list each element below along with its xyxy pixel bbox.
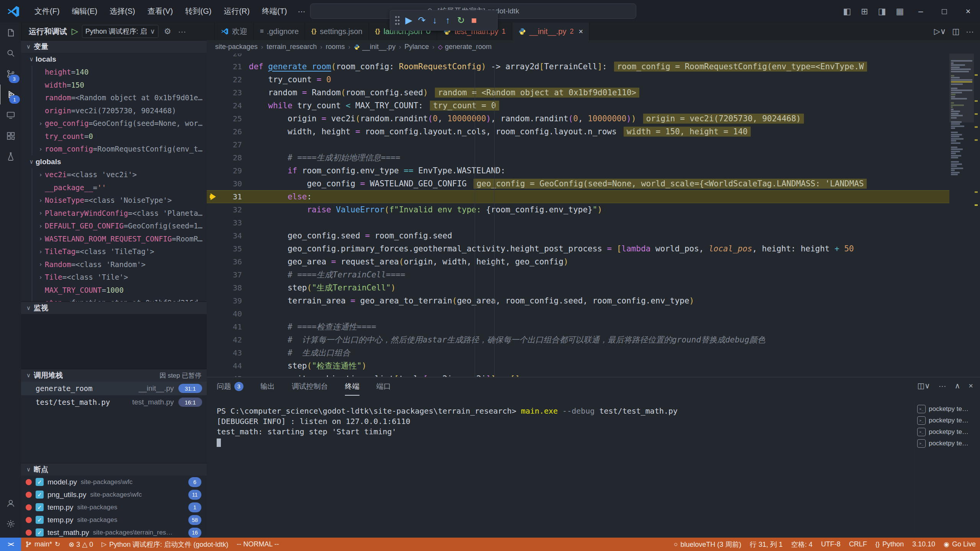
- tab-__init__.py[interactable]: __init__.py2×: [512, 23, 590, 40]
- variable-row[interactable]: height = 140: [21, 66, 207, 79]
- maximize-panel-button[interactable]: ∧: [955, 381, 960, 390]
- close-panel-button[interactable]: ×: [969, 381, 973, 390]
- tab-.gdignore[interactable]: ≡.gdignore: [254, 23, 305, 40]
- debug-config-select[interactable]: Python 调试程序: 启∨: [82, 25, 158, 38]
- breakpoint-checkbox[interactable]: ✓: [36, 491, 44, 499]
- terminal-instance[interactable]: >_pocketpy te…: [917, 415, 978, 426]
- minimap[interactable]: [949, 54, 974, 377]
- extensions-icon[interactable]: [0, 126, 21, 146]
- code-line-21[interactable]: 21def generate_room(room_config: RoomReq…: [207, 60, 949, 73]
- code-line-37[interactable]: 37 # ====生成TerrainCell====: [207, 268, 949, 281]
- start-debug-button[interactable]: ▷: [72, 26, 78, 36]
- settings-gear-icon[interactable]: [0, 514, 21, 534]
- maximize-button[interactable]: □: [933, 0, 956, 23]
- run-python-file-button[interactable]: ▷∨: [934, 27, 946, 36]
- variable-row[interactable]: random = <Random object at 0x1bf9d01e…: [21, 91, 207, 104]
- toggle-panel-icon[interactable]: ⊞: [856, 7, 873, 16]
- menu-item[interactable]: 查看(V): [142, 5, 178, 18]
- remote-explorer-icon[interactable]: [0, 105, 21, 125]
- breadcrumb-item[interactable]: rooms: [326, 43, 345, 51]
- step-out-button[interactable]: ↑: [441, 13, 454, 28]
- code-line-24[interactable]: 24 while try_count < MAX_TRY_COUNT:try_c…: [207, 99, 949, 112]
- terminal-instance[interactable]: >_pocketpy te…: [917, 426, 978, 438]
- code-line-45[interactable]: 45 exit_combinations:list[tuple[vec2i, v…: [207, 372, 949, 377]
- debug-settings-gear-icon[interactable]: ⚙: [162, 27, 173, 36]
- variables-section-header[interactable]: ∨变量: [21, 40, 207, 53]
- code-line-35[interactable]: 35 geo_config.primary_forces.geothermal_…: [207, 242, 949, 255]
- search-icon[interactable]: [0, 43, 21, 63]
- go-live[interactable]: ◉Go Live: [939, 538, 980, 551]
- breakpoint-row[interactable]: ✓model.pysite-packages\wfc6: [21, 476, 207, 488]
- remote-indicator[interactable]: ><: [0, 538, 21, 551]
- variable-row[interactable]: width = 150: [21, 78, 207, 91]
- editor-more-actions[interactable]: ···: [966, 27, 974, 36]
- panel-tab-端口[interactable]: 端口: [376, 377, 391, 396]
- indentation[interactable]: 空格: 4: [787, 538, 817, 551]
- step-over-button[interactable]: ↷: [415, 13, 428, 28]
- code-line-31[interactable]: 31 else:: [207, 190, 949, 203]
- panel-tab-终端[interactable]: 终端: [345, 377, 359, 396]
- split-editor-button[interactable]: ◫: [952, 27, 960, 36]
- code-line-30[interactable]: 30 geo_config = WASTELAND_GEO_CONFIGgeo_…: [207, 177, 949, 190]
- variable-row[interactable]: ›Random = <class 'Random'>: [21, 258, 207, 271]
- terminal-output[interactable]: PS C:\computer_science\godot-ldtk\site-p…: [217, 406, 678, 447]
- step-into-button[interactable]: ↓: [428, 13, 441, 28]
- panel-more-actions[interactable]: ···: [939, 381, 946, 390]
- variable-row[interactable]: ›geo_config = GeoConfig(seed=None, wor…: [21, 117, 207, 130]
- code-line-26[interactable]: 26 width, height = room_config.layout.n_…: [207, 125, 949, 138]
- source-control-icon[interactable]: 3: [0, 64, 21, 84]
- terminal-instance[interactable]: >_pocketpy te…: [917, 403, 978, 415]
- variable-group-globals[interactable]: ∨globals: [21, 155, 207, 168]
- variable-row[interactable]: __package__ = '': [21, 181, 207, 194]
- code-line-28[interactable]: 28 # ====生成初始地理信息====: [207, 151, 949, 164]
- variable-row[interactable]: ›Tile = <class 'Tile'>: [21, 271, 207, 284]
- code-line-29[interactable]: 29 if room_config.env_type == EnvType.WA…: [207, 164, 949, 177]
- menu-item[interactable]: 文件(F): [29, 5, 65, 18]
- run-and-debug-icon[interactable]: 1: [0, 85, 21, 104]
- variable-row[interactable]: try_count = 0: [21, 130, 207, 143]
- code-line-40[interactable]: 40: [207, 307, 949, 320]
- breakpoint-checkbox[interactable]: ✓: [36, 516, 44, 524]
- python-version[interactable]: 3.10.10: [908, 538, 939, 551]
- variable-group-locals[interactable]: ∨locals: [21, 53, 207, 66]
- callstack-section-header[interactable]: ∨调用堆栈因 step 已暂停: [21, 369, 207, 381]
- code-line-39[interactable]: 39 terrain_area = geo_area_to_terrain(ge…: [207, 294, 949, 307]
- drag-handle-icon[interactable]: [395, 15, 400, 25]
- menu-item[interactable]: 运行(R): [218, 5, 255, 18]
- callstack-frame[interactable]: generate_room__init__.py31:1: [21, 381, 207, 395]
- menu-more-button[interactable]: ···: [293, 5, 310, 18]
- gitlens-author[interactable]: ○blueloveTH (3 周前): [670, 538, 745, 551]
- stop-button[interactable]: ■: [467, 13, 480, 28]
- menu-item[interactable]: 终端(T): [256, 5, 292, 18]
- breadcrumb-item[interactable]: __init__.py: [354, 43, 395, 51]
- split-terminal-button[interactable]: ◫∨: [917, 381, 930, 390]
- code-line-36[interactable]: 36 geo_area = request_area(origin, width…: [207, 255, 949, 268]
- panel-tab-输出[interactable]: 输出: [260, 377, 275, 396]
- code-editor[interactable]: 2021def generate_room(room_config: RoomR…: [207, 54, 980, 377]
- run-bar-more-icon[interactable]: ···: [176, 27, 188, 36]
- variable-row[interactable]: MAX_TRY_COUNT = 1000: [21, 284, 207, 297]
- breakpoint-row[interactable]: ✓temp.pysite-packages58: [21, 514, 207, 526]
- breadcrumb-item[interactable]: ◇generate_room: [438, 43, 492, 51]
- tab-欢迎[interactable]: 欢迎: [215, 23, 254, 40]
- testing-icon[interactable]: [0, 147, 21, 166]
- variable-row[interactable]: ›TileTag = <class 'TileTag'>: [21, 245, 207, 258]
- explorer-icon[interactable]: [0, 23, 21, 42]
- variable-row[interactable]: ›vec2i = <class 'vec2i'>: [21, 168, 207, 181]
- git-branch-status[interactable]: main*↻: [21, 538, 64, 551]
- watch-section-header[interactable]: ∨监视: [21, 302, 207, 314]
- breakpoint-row[interactable]: ✓temp.pysite-packages1: [21, 501, 207, 514]
- breakpoints-section-header[interactable]: ∨断点: [21, 463, 207, 476]
- code-line-22[interactable]: 22 try_count = 0: [207, 73, 949, 86]
- code-line-25[interactable]: 25 origin = vec2i(random.randint(0, 1000…: [207, 112, 949, 125]
- panel-tab-调试控制台[interactable]: 调试控制台: [292, 377, 328, 396]
- cursor-position[interactable]: 行 31, 列 1: [746, 538, 787, 551]
- callstack-frame[interactable]: test/test_math.pytest_math.py16:1: [21, 395, 207, 409]
- code-line-23[interactable]: 23 random = Random(room_config.seed)rand…: [207, 86, 949, 99]
- vim-mode-status[interactable]: -- NORMAL --: [232, 538, 283, 551]
- variable-row[interactable]: ›DEFAULT_GEO_CONFIG = GeoConfig(seed=1…: [21, 220, 207, 233]
- close-window-button[interactable]: ×: [956, 0, 980, 23]
- menu-item[interactable]: 转到(G): [180, 5, 217, 18]
- breakpoint-checkbox[interactable]: ✓: [36, 478, 44, 486]
- menu-item[interactable]: 编辑(E): [67, 5, 103, 18]
